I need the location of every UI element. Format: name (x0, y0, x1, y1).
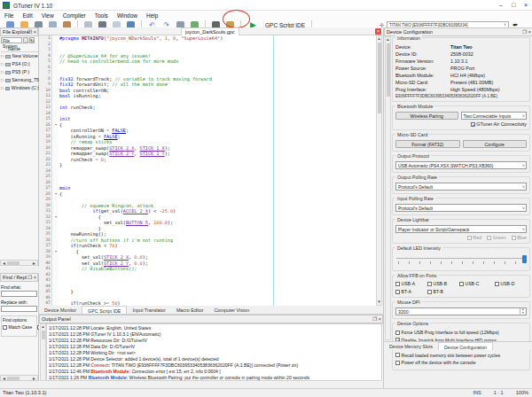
match-case-checkbox[interactable]: Match Case (3, 324, 32, 330)
editor-tab[interactable]: joycon_DarkSouls.gpc (181, 27, 239, 35)
menu-compiler[interactable]: Compiler (59, 12, 90, 19)
tab-input-translator[interactable]: Input Translator (127, 306, 170, 314)
close-panel-icon[interactable]: × (34, 29, 36, 35)
device-config-vscrollbar[interactable]: ▲ (385, 36, 391, 340)
wireless-pairing-button[interactable]: Wireless Pairing (395, 112, 458, 120)
find-panel-hscrollbar[interactable]: ◄► (0, 375, 38, 381)
log-line: 1/17/2021 12:28 PM Connect: TITAN TWO [E… (47, 362, 381, 369)
ffb-bt-b-checkbox[interactable]: BT-B (427, 289, 459, 294)
ffb-ports-group: Allow FFB on Ports USB-AUSB-BUSB-CUSB-DB… (392, 275, 530, 298)
menu-tools[interactable]: Tools (90, 12, 113, 19)
output-polling-select[interactable]: Protocol's Default (395, 183, 527, 191)
drive-icon (5, 79, 11, 82)
lightbar-select[interactable]: Player Indicator or Script/Gamepack (395, 225, 527, 233)
menu-file[interactable]: File (0, 12, 18, 19)
tree-item-ps5-p-[interactable]: ▷PS5 (P:) (0, 68, 39, 76)
menu-view[interactable]: View (37, 12, 59, 19)
ffb-usb-c-checkbox[interactable]: USB-C (459, 281, 495, 286)
tab-gpc-script-ide[interactable]: GPC Script IDE (82, 306, 127, 314)
find-what-label: Find what: (1, 284, 37, 290)
file-system-dropdown[interactable]: File System (1, 37, 22, 43)
status-insert-mode: INS (473, 389, 481, 397)
log-line: 1/17/2021 12:28 PM Working Dir: <not set… (47, 350, 381, 356)
info-row: Prog Interface:High Speed (480Mbps) (395, 86, 527, 93)
tab-device-memory-slots[interactable]: Device Memory Slots (384, 342, 438, 350)
close-panel-icon[interactable]: × (379, 316, 381, 322)
tab-device-configuration[interactable]: Device Configuration (438, 342, 493, 350)
float-panel-icon[interactable]: ❐ (372, 316, 377, 322)
tree-item-new-volume[interactable]: ▷New Volume (0, 52, 39, 60)
info-row: Micro-SD Card:Present (481.00MB) (395, 79, 527, 86)
format-button[interactable]: Format (FAT32) (395, 140, 460, 148)
window-title: GTuner IV 1.10 (13, 3, 52, 9)
info-row: Bluetooth Module:HCI H4 (4Mbps) (395, 72, 527, 79)
output-log: 1/17/2021 12:28 PM Locale: English, Unit… (46, 323, 382, 381)
configure-button[interactable]: Configure (463, 140, 528, 148)
status-device: Titan Two (1.10.3.1) (3, 390, 46, 395)
output-vscrollbar[interactable]: ▲ (40, 323, 46, 381)
tab-macro-editor[interactable]: Macro Editor (171, 306, 209, 314)
close-panel-icon[interactable]: × (528, 29, 531, 35)
ffb-bt-a-checkbox[interactable]: BT-A (395, 289, 427, 294)
output-protocol-select[interactable]: USB Automatic (PS4,XSX,SWITCH,PS3,XB360) (395, 161, 527, 169)
expand-arrow-icon[interactable]: ▷ (0, 76, 5, 84)
ffb-usb-b-checkbox[interactable]: USB-B (427, 281, 459, 286)
tree-item-ps4-o-[interactable]: ▷PS4 (O:) (0, 60, 39, 68)
code-area[interactable]: #pragma METAINFO("joycon_NDarkSouls", 1,… (59, 35, 376, 306)
info-row: Device:Titan Two (395, 43, 527, 51)
tab-device-monitor[interactable]: Device Monitor (39, 306, 82, 314)
drive-label: Windows (C:) (12, 84, 39, 92)
find-input[interactable] (1, 291, 37, 297)
browse-button[interactable]: … (23, 37, 28, 43)
close-panel-icon[interactable]: × (34, 275, 36, 280)
app-logo-icon (3, 2, 10, 9)
lightbar-blue-checkbox: Blue (512, 235, 527, 240)
option-recall-loaded-memory[interactable]: Recall loaded memory slot between power … (395, 352, 500, 360)
slider-handle[interactable] (522, 255, 527, 263)
file-explorer-header: File Explorer ❐ × (0, 27, 38, 36)
editor-vscrollbar[interactable]: ▲ ▼ (376, 35, 382, 306)
float-panel-icon[interactable]: ❐ (27, 275, 32, 280)
led-intensity-slider[interactable] (395, 255, 527, 268)
lightbar-green-checkbox: Green (487, 235, 505, 240)
replace-input[interactable] (1, 306, 37, 312)
option-power-off-the[interactable]: Power off the device with the console (395, 359, 476, 367)
float-panel-icon[interactable]: ❐ (27, 29, 32, 35)
maximize-button[interactable]: □ (507, 0, 520, 10)
mouse-dpi-spinner[interactable]: 3200 ▴▾ (395, 307, 527, 315)
log-line: 1/17/2021 12:28 PM Locale: English, Unit… (47, 325, 381, 331)
tree-item-windows-c-[interactable]: ▷Windows (C:) (0, 84, 39, 92)
drive-icon (5, 55, 11, 58)
code-fold-column[interactable]: ▾▾▾▾ (53, 35, 59, 306)
close-button[interactable]: × (520, 0, 532, 10)
tree-column-header[interactable]: Name (1, 45, 38, 52)
gtuner-air-checkbox[interactable]: GTuner Air Connectivity (471, 121, 527, 127)
ffb-usb-a-checkbox[interactable]: USB-A (395, 281, 427, 286)
menu-window[interactable]: Window (113, 12, 142, 19)
float-panel-icon[interactable]: ❐ (522, 29, 527, 35)
log-line: 1/17/2021 12:28 PM Resources Dir: D:/GTu… (47, 338, 381, 344)
output-protocol-group: Output Protocol USB Automatic (PS4,XSX,S… (392, 155, 530, 173)
workspace-tab-bar: Device MonitorGPC Script IDEInput Transl… (39, 306, 383, 315)
ffb-usb-d-checkbox[interactable]: USB-D (495, 281, 527, 286)
spinner-arrows-icon[interactable]: ▴▾ (520, 308, 526, 315)
annotation-circle (223, 10, 250, 28)
bluetooth-group: Bluetooth Module Wireless Pairing Two Co… (392, 105, 530, 130)
mouse-dpi-group: Mouse DPI 3200 ▴▾ (392, 301, 530, 319)
tab-computer-vision[interactable]: Computer Vision (208, 306, 254, 314)
minimize-button[interactable]: – (495, 0, 507, 10)
tree-item-samsung-t5[interactable]: ▷Samsung_T5 (0, 76, 39, 84)
menu-edit[interactable]: Edit (18, 12, 36, 19)
log-line: 1/17/2021 12:28 PM GTuner IV 1.10.3.1 (E… (47, 331, 381, 338)
refresh-icon[interactable]: ↻ (29, 37, 35, 43)
close-tab-icon[interactable]: × (375, 28, 381, 35)
expand-arrow-icon[interactable]: ▷ (0, 84, 5, 92)
code-editor[interactable]: 1234567891011121314151617181920212223242… (39, 35, 376, 306)
menu-help[interactable]: Help (142, 12, 162, 19)
connectable-inputs-select[interactable]: Two Connectable Inputs (461, 112, 528, 120)
input-polling-select[interactable]: Protocol's Default (395, 204, 527, 212)
info-row: Firmware Version:1.10.3.1 (395, 58, 527, 65)
drive-icon (5, 71, 11, 74)
option-force-usb-prog[interactable]: Force USB Prog Interface to full speed (… (395, 329, 499, 337)
file-explorer-hscrollbar[interactable]: ◄► (0, 260, 38, 266)
